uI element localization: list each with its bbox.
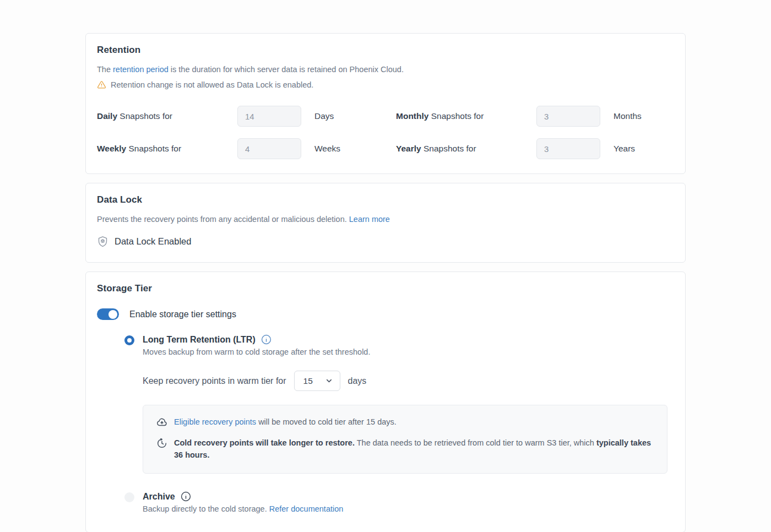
storage-tier-toggle-label: Enable storage tier settings: [129, 310, 236, 319]
storage-tier-title: Storage Tier: [97, 283, 674, 294]
monthly-snapshots-unit: Months: [613, 111, 642, 121]
ltr-notes-box: Eligible recovery points will be moved t…: [143, 405, 667, 474]
yearly-snapshots-row: Yearly Snapshots for Years: [396, 138, 674, 159]
cloud-upload-icon: [156, 417, 167, 428]
warm-tier-row: Keep recovery points in warm tier for 15…: [143, 371, 674, 391]
daily-snapshots-label: Daily Snapshots for: [97, 111, 237, 121]
retention-warning-text: Retention change is not allowed as Data …: [111, 80, 313, 89]
retention-description-suffix: is the duration for which server data is…: [169, 65, 404, 74]
ltr-radio[interactable]: [124, 335, 134, 345]
data-lock-panel: Data Lock Prevents the recovery points f…: [85, 183, 686, 263]
weekly-snapshots-label: Weekly Snapshots for: [97, 144, 237, 154]
yearly-snapshots-label: Yearly Snapshots for: [396, 144, 536, 154]
cold-restore-note: Cold recovery points will take longer to…: [156, 437, 654, 462]
data-lock-description: Prevents the recovery points from any ac…: [97, 214, 674, 225]
storage-tier-toggle[interactable]: [97, 308, 119, 320]
daily-snapshots-row: Daily Snapshots for Days: [97, 106, 375, 127]
retention-period-link[interactable]: retention period: [113, 65, 169, 74]
retention-description-prefix: The: [97, 65, 113, 74]
retention-description: The retention period is the duration for…: [97, 64, 674, 75]
retention-warning: Retention change is not allowed as Data …: [97, 80, 674, 89]
archive-description: Backup directly to the cold storage. Ref…: [143, 504, 343, 513]
monthly-snapshots-row: Monthly Snapshots for Months: [396, 106, 674, 127]
retention-panel: Retention The retention period is the du…: [85, 33, 686, 174]
eligible-points-note: Eligible recovery points will be moved t…: [156, 416, 654, 428]
storage-tier-toggle-row: Enable storage tier settings: [97, 308, 674, 320]
learn-more-link[interactable]: Learn more: [349, 215, 390, 224]
daily-snapshots-input: [237, 106, 301, 127]
shield-lock-icon: [97, 235, 108, 248]
settings-page: Retention The retention period is the du…: [85, 33, 686, 532]
storage-tier-panel: Storage Tier Enable storage tier setting…: [85, 272, 686, 532]
restore-clock-icon: [156, 438, 167, 449]
warm-tier-label: Keep recovery points in warm tier for: [143, 376, 286, 386]
refer-documentation-link[interactable]: Refer documentation: [269, 504, 344, 513]
archive-radio[interactable]: [124, 492, 134, 502]
chevron-down-icon: [325, 377, 333, 385]
archive-option: Archive Backup directly to the cold stor…: [124, 491, 674, 513]
snapshot-settings-grid: Daily Snapshots for Days Monthly Snapsho…: [97, 106, 674, 159]
warm-tier-days-value: 15: [303, 376, 313, 386]
data-lock-status-text: Data Lock Enabled: [115, 236, 191, 247]
weekly-snapshots-unit: Weeks: [314, 144, 340, 154]
ltr-description: Moves backup from warm to cold storage a…: [143, 348, 370, 356]
ltr-option: Long Term Retention (LTR) Moves backup f…: [124, 334, 674, 356]
yearly-snapshots-input: [536, 138, 600, 159]
warning-icon: [97, 80, 106, 89]
monthly-snapshots-label: Monthly Snapshots for: [396, 111, 536, 121]
data-lock-status: Data Lock Enabled: [97, 235, 674, 248]
monthly-snapshots-input: [536, 106, 600, 127]
warm-tier-days-select[interactable]: 15: [294, 371, 340, 391]
daily-snapshots-unit: Days: [314, 111, 334, 121]
eligible-recovery-points-link[interactable]: Eligible recovery points: [174, 417, 256, 426]
ltr-info-icon[interactable]: [261, 334, 272, 345]
ltr-label: Long Term Retention (LTR): [143, 335, 256, 345]
yearly-snapshots-unit: Years: [613, 144, 635, 154]
warm-tier-unit: days: [348, 376, 367, 386]
weekly-snapshots-input: [237, 138, 301, 159]
weekly-snapshots-row: Weekly Snapshots for Weeks: [97, 138, 375, 159]
archive-label: Archive: [143, 492, 175, 502]
data-lock-title: Data Lock: [97, 194, 674, 205]
archive-info-icon[interactable]: [181, 491, 191, 502]
retention-title: Retention: [97, 45, 674, 56]
